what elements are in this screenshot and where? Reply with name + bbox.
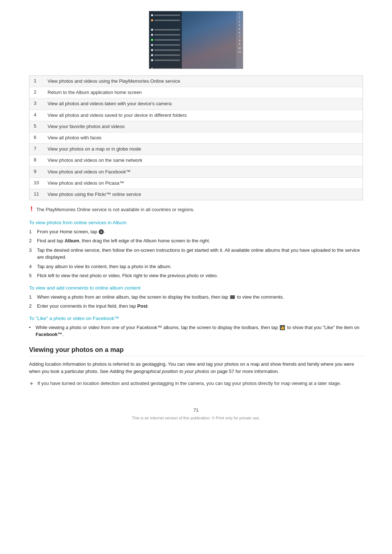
note-text: The PlayMemories Online service is not a… bbox=[36, 206, 195, 213]
step-number: 5 bbox=[29, 272, 34, 279]
row-number: 6 bbox=[34, 135, 42, 140]
list-item: 1 When viewing a photo from an online al… bbox=[29, 294, 363, 301]
step-text: Tap the desired online service, then fol… bbox=[37, 247, 363, 261]
row-number: 10 bbox=[34, 180, 42, 185]
steps-list-2: 1 When viewing a photo from an online al… bbox=[29, 294, 363, 310]
row-number: 2 bbox=[34, 89, 42, 95]
num-10: 10 bbox=[238, 47, 241, 50]
tip-star-icon: ✦ bbox=[29, 380, 34, 387]
home-screen-icon bbox=[99, 229, 104, 234]
num-9: 9 bbox=[239, 43, 240, 46]
row-number: 1 bbox=[34, 78, 42, 83]
num-6: 6 bbox=[239, 32, 240, 34]
list-item: 4 Tap any album to view its content, the… bbox=[29, 263, 363, 270]
tip-block: ✦ If you have turned on location detecti… bbox=[29, 380, 363, 387]
device-screenshot: 1 2 3 4 5 6 7 8 9 10 11 bbox=[149, 11, 243, 69]
row-description: View all photos and videos saved to your… bbox=[48, 112, 187, 119]
section-heading-1: To view photos from online services in A… bbox=[29, 220, 363, 225]
num-5: 5 bbox=[239, 28, 240, 31]
table-row: 2 Return to the Album application home s… bbox=[29, 87, 363, 98]
section-heading-3: To "Like" a photo or video on Facebook™ bbox=[29, 316, 363, 321]
row-number: 7 bbox=[34, 146, 42, 151]
map-section-para: Adding location information to photos is… bbox=[29, 361, 363, 376]
num-4: 4 bbox=[239, 24, 240, 27]
screenshot-numbers: 1 2 3 4 5 6 7 8 9 10 11 bbox=[236, 11, 243, 69]
exclamation-icon: ! bbox=[30, 205, 33, 213]
num-3: 3 bbox=[239, 20, 240, 23]
comment-icon bbox=[230, 295, 235, 299]
step-number: 2 bbox=[29, 237, 34, 245]
footer-legal-note: This is an Internet version of this publ… bbox=[29, 416, 363, 420]
row-description: View photos and videos on Picasa™ bbox=[48, 180, 124, 186]
step-text: From your Home screen, tap . bbox=[37, 228, 106, 235]
screenshot-area: 1 2 3 4 5 6 7 8 9 10 11 bbox=[29, 11, 363, 69]
list-item: 2 Find and tap Album, then drag the left… bbox=[29, 237, 363, 245]
row-description: View photos and videos on Facebook™ bbox=[48, 169, 131, 175]
section-map-view: Viewing your photos on a map Adding loca… bbox=[29, 346, 363, 387]
step-text: Enter your comments in the input field, … bbox=[37, 303, 149, 310]
row-description: View photos and videos on the same netwo… bbox=[48, 157, 142, 164]
step-number: 1 bbox=[29, 228, 34, 235]
table-row: 7 View your photos on a map or in globe … bbox=[29, 144, 363, 155]
section-view-photos-online: To view photos from online services in A… bbox=[29, 220, 363, 279]
section-view-add-comments: To view and add comments to online album… bbox=[29, 285, 363, 310]
row-number: 8 bbox=[34, 157, 42, 163]
row-description: View photos using the Flickr™ online ser… bbox=[48, 191, 141, 198]
row-description: View photos and videos using the PlayMem… bbox=[48, 78, 180, 85]
table-row: 3 View all photos and videos taken with … bbox=[29, 98, 363, 110]
section-title-map: Viewing your photos on a map bbox=[29, 346, 363, 356]
row-description: View all photos and videos taken with yo… bbox=[48, 100, 172, 107]
table-row: 9 View photos and videos on Facebook™ bbox=[29, 167, 363, 178]
bullet-list-1: • While viewing a photo or video from on… bbox=[29, 324, 363, 338]
row-number: 4 bbox=[34, 112, 42, 118]
table-row: 8 View photos and videos on the same net… bbox=[29, 155, 363, 166]
list-item: 2 Enter your comments in the input field… bbox=[29, 303, 363, 310]
like-icon: 👍 bbox=[280, 325, 285, 330]
page-number: 71 bbox=[29, 407, 363, 413]
num-8: 8 bbox=[239, 39, 240, 42]
step-text: Tap any album to view its content, then … bbox=[37, 263, 172, 270]
row-number: 3 bbox=[34, 100, 42, 106]
row-number: 9 bbox=[34, 169, 42, 174]
step-number: 4 bbox=[29, 263, 34, 270]
step-number: 3 bbox=[29, 247, 34, 254]
num-2: 2 bbox=[239, 16, 240, 19]
step-text: When viewing a photo from an online albu… bbox=[37, 294, 284, 301]
num-7: 7 bbox=[239, 35, 240, 38]
table-row: 4 View all photos and videos saved to yo… bbox=[29, 110, 363, 121]
table-row: 6 View all photos with faces bbox=[29, 132, 363, 144]
num-11: 11 bbox=[238, 50, 241, 53]
row-description: View all photos with faces bbox=[48, 135, 102, 141]
table-row: 1 View photos and videos using the PlayM… bbox=[29, 76, 363, 87]
screenshot-sidebar bbox=[149, 11, 182, 69]
list-item: 3 Tap the desired online service, then f… bbox=[29, 247, 363, 261]
bullet-symbol: • bbox=[29, 324, 33, 331]
note-block: ! The PlayMemories Online service is not… bbox=[29, 206, 363, 213]
step-number: 1 bbox=[29, 294, 34, 301]
steps-list-1: 1 From your Home screen, tap . 2 Find an… bbox=[29, 228, 363, 279]
step-text: Flick left to view the next photo or vid… bbox=[37, 272, 218, 279]
row-description: View your favorite photos and videos bbox=[48, 123, 124, 130]
list-item: 5 Flick left to view the next photo or v… bbox=[29, 272, 363, 279]
section-like-photo: To "Like" a photo or video on Facebook™ … bbox=[29, 316, 363, 338]
list-item: • While viewing a photo or video from on… bbox=[29, 324, 363, 338]
table-row: 10 View photos and videos on Picasa™ bbox=[29, 178, 363, 189]
step-number: 2 bbox=[29, 303, 34, 310]
page-footer: 71 This is an Internet version of this p… bbox=[29, 402, 363, 420]
row-number: 5 bbox=[34, 123, 42, 129]
section-heading-2: To view and add comments to online album… bbox=[29, 285, 363, 291]
numbered-descriptions-table: 1 View photos and videos using the PlayM… bbox=[29, 75, 363, 200]
num-1: 1 bbox=[239, 13, 240, 16]
step-text: Find and tap Album, then drag the left e… bbox=[37, 237, 210, 245]
row-description: Return to the Album application home scr… bbox=[48, 89, 142, 96]
tip-text: If you have turned on location detection… bbox=[37, 380, 341, 387]
row-description: View your photos on a map or in globe mo… bbox=[48, 146, 141, 152]
row-number: 11 bbox=[34, 191, 42, 197]
list-item: 1 From your Home screen, tap . bbox=[29, 228, 363, 235]
bullet-text: While viewing a photo or video from one … bbox=[36, 324, 363, 338]
table-row: 5 View your favorite photos and videos bbox=[29, 121, 363, 132]
table-row: 11 View photos using the Flickr™ online … bbox=[29, 189, 363, 200]
